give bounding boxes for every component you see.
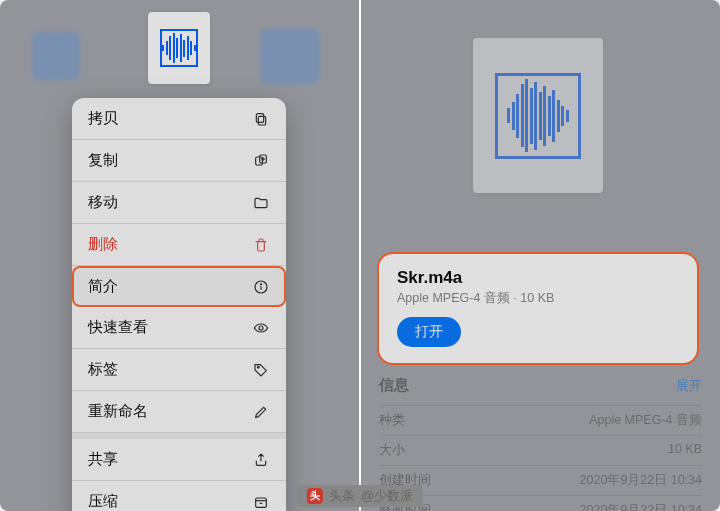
ctx-item-duplicate[interactable]: 复制 [72,140,286,182]
ctx-item-delete[interactable]: 删除 [72,224,286,266]
ctx-label: 快速查看 [88,318,148,337]
ctx-label: 简介 [88,277,118,296]
context-menu: 拷贝 复制 移动 删除 [72,98,286,511]
svg-rect-0 [258,116,265,125]
svg-rect-11 [256,498,267,507]
ctx-item-move[interactable]: 移动 [72,182,286,224]
ctx-label: 复制 [88,151,118,170]
pencil-icon [252,403,270,421]
share-icon [252,451,270,469]
copy-icon [252,110,270,128]
svg-rect-2 [256,157,263,165]
watermark-author: @少数派 [361,487,413,505]
info-icon [252,278,270,296]
ctx-item-compress[interactable]: 压缩 [72,481,286,511]
ctx-label: 拷贝 [88,109,118,128]
info-heading: 信息 [379,376,409,395]
ctx-label: 标签 [88,360,118,379]
toutiao-icon: 头 [307,488,323,504]
duplicate-icon [252,152,270,170]
folder-icon [252,194,270,212]
expand-link[interactable]: 展开 [676,377,702,395]
ctx-item-share[interactable]: 共享 [72,439,286,481]
file-icon-large [473,38,603,193]
ctx-label: 共享 [88,450,118,469]
tag-icon [252,361,270,379]
trash-icon [252,236,270,254]
open-button[interactable]: 打开 [397,317,461,347]
file-info-card: Skr.m4a Apple MPEG-4 音频 · 10 KB 打开 [379,254,697,363]
audio-waveform-icon [160,29,198,67]
watermark: 头 头条 @少数派 [297,485,423,507]
svg-point-8 [260,283,261,284]
info-row: 创建时间2020年9月22日 10:34 [379,465,702,495]
svg-rect-1 [256,113,263,122]
info-row: 种类Apple MPEG-4 音频 [379,405,702,435]
ctx-item-copy[interactable]: 拷贝 [72,98,286,140]
ctx-item-rename[interactable]: 重新命名 [72,391,286,433]
ctx-label: 压缩 [88,492,118,511]
eye-icon [252,319,270,337]
ctx-item-quicklook[interactable]: 快速查看 [72,307,286,349]
ctx-label: 重新命名 [88,402,148,421]
file-subtitle: Apple MPEG-4 音频 · 10 KB [397,290,679,307]
info-row: 修改时间2020年9月22日 10:34 [379,495,702,511]
audio-waveform-icon [495,73,581,159]
ctx-item-tags[interactable]: 标签 [72,349,286,391]
svg-point-9 [259,326,263,330]
archive-icon [252,493,270,511]
file-name: Skr.m4a [397,268,679,288]
watermark-prefix: 头条 [329,487,355,505]
file-icon-preview[interactable] [148,12,210,84]
ctx-label: 删除 [88,235,118,254]
info-row: 大小10 KB [379,435,702,465]
ctx-item-getinfo[interactable]: 简介 [72,266,286,307]
ctx-label: 移动 [88,193,118,212]
svg-point-10 [257,366,259,368]
